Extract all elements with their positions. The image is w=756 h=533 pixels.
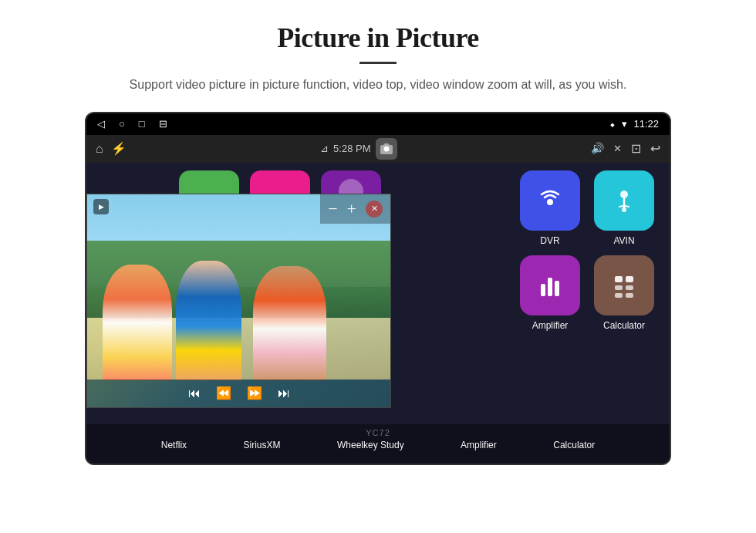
svg-point-0 (547, 199, 553, 205)
page-title: Picture in Picture (277, 22, 479, 54)
svg-point-3 (622, 207, 626, 212)
home-icon[interactable]: ⌂ (96, 142, 103, 156)
app-dvr-item[interactable]: DVR (520, 170, 580, 246)
video-expand-btn[interactable]: + (347, 199, 356, 219)
video-rec-icon: ▶ (93, 199, 109, 214)
usb-icon[interactable]: ⚡ (111, 141, 127, 156)
netflix-label: Netflix (161, 440, 187, 450)
pip-video[interactable]: ▶ − + ✕ ⏮ ⏪ ⏩ ⏭ (86, 194, 391, 408)
app-amplifier-item[interactable]: Amplifier (520, 255, 580, 331)
location-icon: ⬥ (609, 118, 616, 130)
recents-icon[interactable]: □ (139, 118, 145, 130)
volume-icon[interactable]: 🔊 (591, 142, 604, 155)
app-calculator-icon[interactable] (594, 255, 654, 315)
main-content: DVR AVIN (86, 163, 670, 465)
svg-rect-8 (626, 276, 633, 282)
menu-icon[interactable]: ⊟ (159, 118, 167, 130)
second-bar-left: ⌂ ⚡ (96, 141, 127, 156)
prev-btn[interactable]: ⏮ (188, 386, 201, 400)
status-bar-top: ◁ ○ □ ⊟ ⬥ ▾ 11:22 (86, 113, 670, 135)
video-playback-bar: ⏮ ⏪ ⏩ ⏭ (87, 380, 390, 407)
video-close-btn[interactable]: ✕ (366, 201, 383, 218)
watermark: YC72 (366, 428, 390, 437)
system-back-icon[interactable]: ↩ (650, 141, 660, 156)
second-bar-right: 🔊 ✕ ⊡ ↩ (591, 141, 660, 156)
app-calculator-label: Calculator (603, 320, 645, 331)
svg-rect-12 (626, 293, 633, 298)
rew-btn[interactable]: ⏪ (216, 386, 231, 400)
video-controls: − + ✕ (320, 194, 390, 224)
app-dvr-label: DVR (540, 235, 559, 246)
page-wrapper: Picture in Picture Support video picture… (0, 0, 756, 533)
back-icon[interactable]: ◁ (97, 118, 105, 130)
title-divider (359, 62, 397, 64)
svg-rect-9 (615, 285, 623, 290)
bottom-app-amplifier[interactable]: Amplifier (461, 440, 497, 450)
svg-rect-4 (541, 284, 545, 296)
bottom-app-netflix[interactable]: Netflix (161, 440, 187, 450)
pip-icon[interactable]: ⊡ (631, 141, 641, 156)
svg-point-1 (620, 191, 628, 198)
svg-rect-7 (615, 276, 623, 282)
close-icon[interactable]: ✕ (613, 143, 622, 155)
device-frame: ◁ ○ □ ⊟ ⬥ ▾ 11:22 ⌂ ⚡ ⊿ 5:28 PM (85, 112, 671, 465)
app-avin-label: AVIN (613, 235, 634, 246)
status-bar-second: ⌂ ⚡ ⊿ 5:28 PM 🔊 ✕ ⊡ ↩ (86, 135, 670, 163)
system-time: 5:28 PM (333, 143, 370, 154)
svg-rect-11 (615, 293, 623, 298)
app-amplifier-label: Amplifier (532, 320, 569, 331)
app-dvr-icon[interactable] (520, 170, 580, 231)
apps-row2: DVR AVIN (520, 170, 654, 246)
app-calculator-item[interactable]: Calculator (594, 255, 654, 331)
next-btn[interactable]: ⏭ (278, 386, 290, 400)
svg-rect-6 (555, 281, 559, 296)
bottom-app-siriusxm[interactable]: SiriusXM (244, 440, 281, 450)
amplifier-label: Amplifier (461, 440, 497, 450)
svg-rect-10 (626, 285, 633, 290)
fwd-btn[interactable]: ⏩ (247, 386, 262, 400)
video-content: ▶ − + ✕ ⏮ ⏪ ⏩ ⏭ (87, 194, 390, 407)
apps-row3: Amplifier Calculator (520, 255, 654, 331)
wifi-signal-icon: ⊿ (320, 143, 329, 154)
app-avin-item[interactable]: AVIN (594, 170, 654, 246)
wifi-icon: ▾ (622, 118, 627, 130)
calculator-label: Calculator (553, 440, 595, 450)
bottom-app-wheelkey[interactable]: Wheelkey Study (337, 440, 404, 450)
page-subtitle: Support video picture in picture functio… (130, 75, 627, 95)
app-avin-icon[interactable] (594, 170, 654, 231)
status-bar-right: ⬥ ▾ 11:22 (609, 118, 659, 130)
siriusxm-label: SiriusXM (244, 440, 281, 450)
svg-rect-5 (548, 278, 552, 296)
video-minimize-btn[interactable]: − (328, 199, 337, 219)
home-circle-icon[interactable]: ○ (119, 118, 125, 130)
bottom-app-calculator[interactable]: Calculator (553, 440, 595, 450)
app-amplifier-icon[interactable] (520, 255, 580, 315)
second-bar-center: ⊿ 5:28 PM (320, 138, 397, 160)
status-bar-left: ◁ ○ □ ⊟ (97, 118, 167, 130)
camera-button[interactable] (376, 138, 397, 160)
wheelkey-label: Wheelkey Study (337, 440, 404, 450)
clock: 11:22 (633, 118, 659, 130)
